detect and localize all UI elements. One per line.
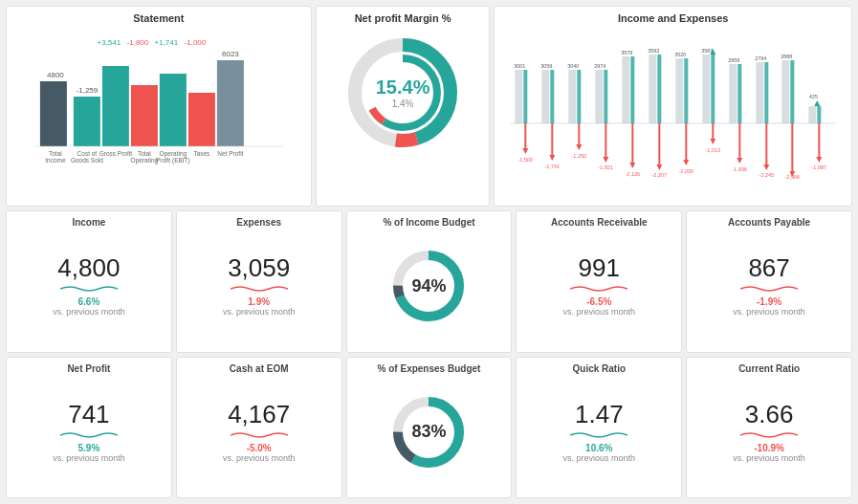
svg-rect-51 [605, 70, 608, 123]
income-budget-label: % of Income Budget [347, 217, 512, 228]
cash-eom-label: Cash at EOM [177, 363, 341, 374]
svg-text:+3,541: +3,541 [98, 38, 121, 47]
svg-text:-1,821: -1,821 [599, 164, 614, 170]
svg-marker-90 [764, 164, 770, 170]
svg-text:-1,500: -1,500 [518, 157, 534, 163]
quick-ratio-change: 10.6% [585, 443, 612, 453]
accounts-receivable-wave [570, 285, 627, 293]
svg-marker-41 [550, 155, 556, 161]
svg-rect-68 [676, 58, 684, 123]
svg-rect-63 [658, 55, 662, 123]
svg-text:-2,126: -2,126 [626, 171, 641, 177]
svg-marker-103 [815, 100, 821, 106]
svg-text:Net Profit: Net Profit [217, 150, 243, 157]
netprofit-sub: 1.4% [376, 99, 430, 109]
quick-ratio-card: Quick Ratio 1.47 10.6% vs. previous mont… [516, 357, 682, 499]
svg-text:4800: 4800 [47, 71, 64, 79]
quick-ratio-sub: vs. previous month [563, 453, 636, 463]
svg-text:3001: 3001 [515, 63, 526, 69]
svg-marker-77 [711, 139, 716, 144]
svg-text:-1,936: -1,936 [733, 166, 748, 172]
income-expenses-chart: 3001 -1,500 3059 -1,741 3040 -1,250 [502, 28, 844, 200]
expenses-card: Expenses 3,059 1.9% vs. previous month [176, 210, 342, 353]
income-sub: vs. previous month [53, 307, 125, 317]
svg-marker-35 [523, 148, 529, 154]
svg-rect-10 [160, 74, 187, 146]
income-change: 6.6% [78, 296, 100, 307]
svg-text:Income: Income [45, 157, 66, 164]
svg-rect-99 [809, 106, 817, 123]
svg-marker-47 [577, 144, 583, 150]
svg-rect-9 [131, 85, 158, 146]
accounts-receivable-sub: vs. previous month [563, 307, 636, 317]
statement-chart: +3,541 -1,800 +1,741 -1,000 4800 -1,259 [14, 28, 303, 152]
svg-text:-2,207: -2,207 [652, 172, 668, 178]
income-wave [60, 285, 118, 293]
accounts-receivable-change: -6.5% [586, 296, 611, 307]
svg-text:-1,250: -1,250 [572, 153, 587, 159]
accounts-payable-sub: vs. previous month [733, 307, 805, 317]
svg-rect-11 [188, 93, 215, 146]
svg-text:3579: 3579 [622, 50, 633, 55]
svg-text:-2,906: -2,906 [785, 174, 801, 180]
svg-marker-65 [657, 164, 663, 170]
accounts-receivable-value: 991 [579, 253, 620, 283]
svg-text:Gross Profit: Gross Profit [99, 150, 133, 157]
current-ratio-card: Current Ratio 3.66 -10.9% vs. previous m… [686, 357, 852, 499]
expenses-wave [231, 285, 288, 293]
svg-marker-59 [630, 163, 636, 168]
svg-text:-1,000: -1,000 [185, 38, 207, 47]
quick-ratio-label: Quick Ratio [517, 363, 681, 374]
cash-eom-change: -5.0% [247, 443, 272, 453]
svg-rect-45 [578, 70, 582, 123]
svg-text:3059: 3059 [541, 63, 553, 69]
svg-text:Goods Sold: Goods Sold [71, 157, 103, 164]
expenses-budget-card: % of Expenses Budget 83% [346, 357, 513, 499]
svg-text:-2,245: -2,245 [759, 172, 775, 178]
net-profit-card: Net Profit 741 5.9% vs. previous month [6, 357, 172, 499]
svg-rect-93 [782, 60, 790, 123]
bottom-section: Income 4,800 6.6% vs. previous month Exp… [6, 210, 852, 498]
inc-exp-svg: 3001 -1,500 3059 -1,741 3040 -1,250 [502, 28, 844, 181]
net-profit-value: 741 [68, 400, 109, 429]
cash-eom-sub: vs. previous month [223, 453, 296, 463]
income-budget-card: % of Income Budget 94% [346, 210, 513, 353]
top-row: Statement +3,541 -1,800 +1,741 -1,000 48… [6, 6, 852, 207]
metric-row-2: Net Profit 741 5.9% vs. previous month C… [6, 357, 852, 499]
accounts-receivable-card: Accounts Receivable 991 -6.5% vs. previo… [516, 210, 682, 353]
quick-ratio-wave [570, 431, 627, 439]
svg-rect-32 [516, 70, 523, 123]
svg-rect-62 [649, 55, 657, 123]
svg-text:-1,741: -1,741 [545, 164, 561, 169]
svg-rect-13 [217, 60, 244, 146]
svg-text:3593: 3593 [649, 48, 660, 54]
svg-rect-82 [738, 64, 742, 123]
svg-text:-1,897: -1,897 [812, 164, 827, 170]
income-value: 4,800 [57, 253, 120, 283]
current-ratio-change: -10.9% [754, 443, 784, 453]
cash-eom-wave [231, 431, 288, 439]
income-expenses-title: Income and Expenses [618, 12, 729, 24]
income-budget-value: 94% [411, 276, 446, 296]
svg-rect-33 [524, 70, 528, 123]
current-ratio-label: Current Ratio [687, 363, 851, 374]
net-profit-change: 5.9% [78, 443, 100, 453]
svg-text:Total: Total [138, 150, 151, 157]
svg-rect-69 [685, 58, 689, 123]
svg-text:2974: 2974 [595, 63, 606, 69]
statement-svg: +3,541 -1,800 +1,741 -1,000 4800 -1,259 [14, 28, 303, 166]
net-profit-wave [60, 431, 118, 439]
netprofit-title: Net profit Margin % [355, 12, 451, 24]
svg-rect-94 [791, 60, 795, 123]
quick-ratio-value: 1.47 [575, 400, 624, 429]
svg-text:Cost of: Cost of [77, 150, 98, 157]
netprofit-panel: Net profit Margin % 15.4% 1.4% [316, 6, 491, 207]
svg-rect-38 [542, 70, 550, 123]
accounts-payable-card: Accounts Payable 867 -1.9% vs. previous … [686, 210, 852, 353]
svg-rect-44 [569, 70, 577, 123]
svg-text:425: 425 [809, 94, 818, 99]
income-budget-value-label: 94% [411, 276, 446, 296]
cash-eom-card: Cash at EOM 4,167 -5.0% vs. previous mon… [176, 357, 342, 499]
svg-text:-1,013: -1,013 [706, 147, 721, 153]
svg-text:Profit (EBIT): Profit (EBIT) [156, 157, 190, 164]
